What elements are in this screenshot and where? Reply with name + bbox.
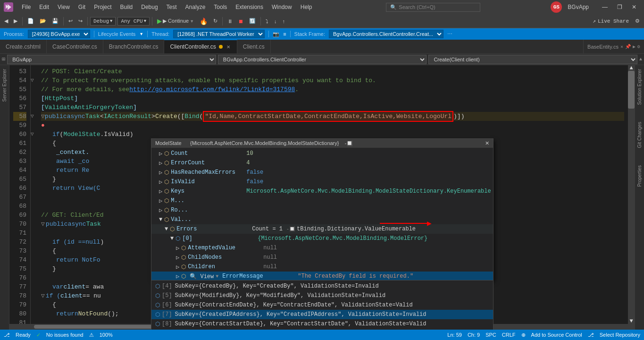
step-into-button[interactable]: ↓: [272, 17, 279, 26]
solution-explorer-label[interactable]: Solution Explorer: [635, 65, 644, 109]
row-key: M...: [171, 197, 246, 204]
menu-view[interactable]: View: [54, 2, 74, 12]
stack-label: Stack Frame:: [294, 31, 325, 37]
left-side-panel: Server Explorer: [0, 65, 9, 330]
menu-help[interactable]: Help: [297, 2, 316, 12]
tab-case-controller[interactable]: CaseController.cs: [47, 40, 103, 53]
address-bar: ⊞ BGvApp BGvApp.Controllers.ClientContro…: [0, 54, 644, 65]
platform-dropdown[interactable]: Any CPU ▼: [117, 17, 150, 26]
properties-label[interactable]: Properties: [635, 162, 644, 191]
code-text: ): [100, 238, 104, 246]
idx-8: [8]: [162, 321, 172, 327]
menu-file[interactable]: File: [18, 2, 34, 12]
subkey-row-4: ⬡ [4] SubKey={CreatedBy}, Key="CreatedBy…: [151, 281, 493, 291]
menu-window[interactable]: Window: [268, 2, 296, 12]
code-text: = awa: [85, 282, 104, 291]
line-num: 63: [13, 157, 26, 166]
namespace-dropdown[interactable]: BGvApp: [7, 55, 216, 64]
open-button[interactable]: 📂: [37, 17, 49, 26]
restart-button[interactable]: 🔃: [247, 17, 258, 26]
stop-button[interactable]: ⏹: [236, 17, 246, 26]
chevron-down-icon: ▼: [216, 274, 218, 279]
base-entity-tab[interactable]: BaseEntity.cs: [587, 44, 619, 50]
back-button[interactable]: ◀: [2, 17, 10, 26]
app-name: BGvApp: [568, 4, 589, 10]
scroll-up-arrow[interactable]: ▲: [628, 65, 635, 71]
menu-git[interactable]: Git: [75, 2, 89, 12]
status-add-source[interactable]: Add to Source Control: [531, 332, 582, 338]
tooltip-row-ro: ▷ ⬡ Ro...: [151, 205, 493, 215]
scroll-up-icon[interactable]: ▲: [639, 57, 642, 62]
stack-dropdown[interactable]: BgvApp.Controllers.ClientController.Crea…: [329, 30, 443, 38]
user-avatar[interactable]: GS: [551, 1, 562, 13]
menu-tools[interactable]: Tools: [210, 2, 231, 12]
tab-create-cshtml[interactable]: Create.cshtml: [0, 40, 47, 53]
step-out-button[interactable]: ↑: [280, 17, 288, 26]
server-explorer-label[interactable]: Server Explorer: [0, 65, 9, 105]
fold-all-icon[interactable]: ⊞: [2, 56, 5, 63]
fire-button[interactable]: 🔥: [197, 16, 210, 26]
no-issues-icon: ✓: [36, 332, 41, 338]
code-comment: // GET: Client/Ed: [41, 211, 104, 220]
save-all-button[interactable]: 💾: [50, 17, 61, 26]
tab-client-controller[interactable]: ClientController.cs ✕: [164, 40, 237, 53]
tab-branch-controller[interactable]: BranchController.cs: [103, 40, 165, 53]
vertical-scrollbar[interactable]: ▲ ▼: [628, 65, 635, 324]
settings-icon[interactable]: ⚙: [633, 17, 642, 26]
menu-extensions[interactable]: Extensions: [232, 2, 267, 12]
line-num: 81: [13, 318, 26, 324]
git-changes-label[interactable]: Git Changes: [635, 118, 644, 152]
pin-icon[interactable]: 📌: [625, 44, 631, 50]
maximize-button[interactable]: ❐: [613, 2, 626, 12]
step-over-button[interactable]: ⤵: [263, 17, 271, 26]
base-entity-close[interactable]: ✕: [620, 44, 623, 50]
menu-project[interactable]: Project: [90, 2, 115, 12]
menu-build[interactable]: Build: [117, 2, 137, 12]
chevron-right-icon[interactable]: ▶: [633, 44, 636, 50]
status-select-repo[interactable]: Select Repository: [600, 332, 640, 338]
tab-client[interactable]: Client.cs: [237, 40, 271, 53]
breakpoint-button[interactable]: ⏸: [225, 17, 235, 26]
code-bracket: ]: [74, 94, 78, 103]
method-dropdown[interactable]: Create(Client client): [428, 55, 637, 64]
debug-config-dropdown[interactable]: Debug ▼: [90, 17, 116, 26]
live-share-button[interactable]: ↗ Live Share: [590, 17, 632, 25]
class-dropdown[interactable]: BGvApp.Controllers.ClientController: [218, 55, 427, 64]
minimize-button[interactable]: —: [598, 2, 611, 12]
tab-close-button[interactable]: ✕: [226, 44, 231, 50]
view-icon[interactable]: 🔍 View: [190, 273, 214, 280]
line-num: 55: [13, 85, 26, 94]
redo-button[interactable]: ↪: [76, 17, 85, 26]
code-url[interactable]: http://go.microsoft.com/fwlink/?LinkId=3…: [129, 85, 295, 94]
line-num: 68: [13, 202, 26, 211]
process-sep-3: [268, 31, 269, 37]
gear-icon[interactable]: ⚙: [637, 44, 640, 50]
search-placeholder[interactable]: Search (Ctrl+Q): [399, 4, 435, 10]
new-file-button[interactable]: 📄: [25, 17, 36, 26]
process-dropdown[interactable]: [24936] BGvApp.exe: [28, 30, 90, 38]
scroll-thumb[interactable]: [628, 71, 635, 109]
kw-async: async: [67, 112, 85, 121]
close-button[interactable]: ✕: [628, 2, 640, 12]
menu-analyze[interactable]: Analyze: [182, 2, 209, 12]
tooltip-row-childnodes: ▷ ⬡ ChildNodes null: [151, 253, 493, 262]
menu-edit[interactable]: Edit: [35, 2, 53, 12]
tooltip-row-m: ▷ ⬡ M...: [151, 196, 493, 205]
code-attr: [: [41, 94, 45, 103]
menu-test[interactable]: Test: [163, 2, 181, 12]
menu-debug[interactable]: Debug: [137, 2, 161, 12]
row-expand: ▷: [159, 160, 162, 167]
forward-button[interactable]: ▶: [11, 17, 20, 26]
pin-icon[interactable]: -🔲: [286, 226, 295, 232]
continue-button[interactable]: ▶ ▶ Continue ▼: [155, 16, 196, 26]
subkey-val-7: SubKey={CreatedIPAddress}, Key="CreatedI…: [175, 311, 427, 318]
line-num: 80: [13, 309, 26, 318]
scroll-down-arrow[interactable]: ▼: [628, 318, 635, 324]
fold-ind: [31, 121, 37, 130]
thread-dropdown[interactable]: [12868] .NET ThreadPool Worker: [173, 30, 265, 38]
fold-ind: [31, 139, 37, 148]
tooltip-close-icon[interactable]: ✕: [485, 140, 489, 146]
undo-button[interactable]: ↩: [66, 17, 75, 26]
refresh-button[interactable]: ↻: [211, 17, 220, 26]
property-icon: ⬡: [170, 226, 175, 233]
